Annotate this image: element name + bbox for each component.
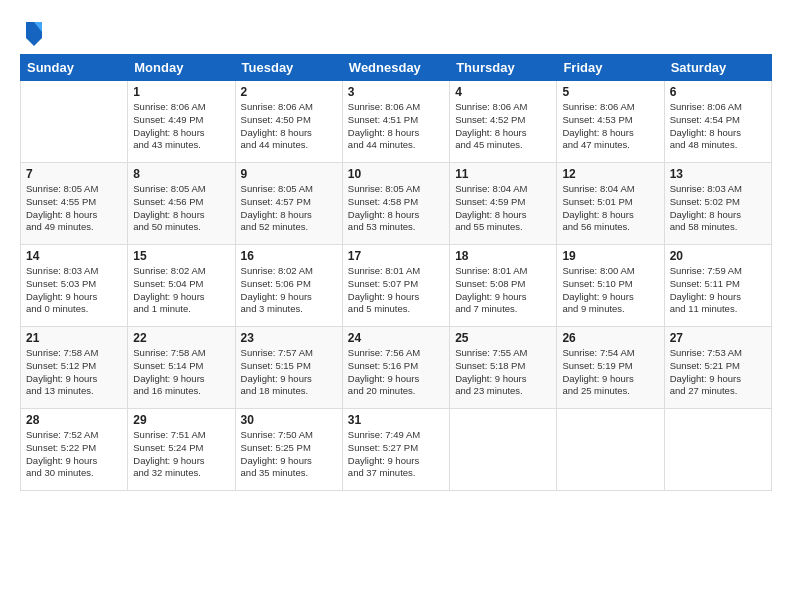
calendar-cell: 21Sunrise: 7:58 AM Sunset: 5:12 PM Dayli… — [21, 327, 128, 409]
calendar-cell: 23Sunrise: 7:57 AM Sunset: 5:15 PM Dayli… — [235, 327, 342, 409]
day-info: Sunrise: 7:50 AM Sunset: 5:25 PM Dayligh… — [241, 429, 337, 480]
day-info: Sunrise: 7:59 AM Sunset: 5:11 PM Dayligh… — [670, 265, 766, 316]
day-info: Sunrise: 8:03 AM Sunset: 5:02 PM Dayligh… — [670, 183, 766, 234]
calendar-cell — [664, 409, 771, 491]
calendar-cell: 30Sunrise: 7:50 AM Sunset: 5:25 PM Dayli… — [235, 409, 342, 491]
day-number: 2 — [241, 85, 337, 99]
day-number: 9 — [241, 167, 337, 181]
day-number: 27 — [670, 331, 766, 345]
day-number: 4 — [455, 85, 551, 99]
page: SundayMondayTuesdayWednesdayThursdayFrid… — [0, 0, 792, 612]
day-number: 29 — [133, 413, 229, 427]
day-number: 25 — [455, 331, 551, 345]
day-number: 19 — [562, 249, 658, 263]
day-number: 21 — [26, 331, 122, 345]
calendar-cell: 13Sunrise: 8:03 AM Sunset: 5:02 PM Dayli… — [664, 163, 771, 245]
logo-icon — [22, 18, 46, 46]
weekday-header-sunday: Sunday — [21, 55, 128, 81]
day-number: 8 — [133, 167, 229, 181]
day-info: Sunrise: 8:06 AM Sunset: 4:53 PM Dayligh… — [562, 101, 658, 152]
day-number: 24 — [348, 331, 444, 345]
day-number: 5 — [562, 85, 658, 99]
calendar-cell — [450, 409, 557, 491]
day-info: Sunrise: 8:05 AM Sunset: 4:56 PM Dayligh… — [133, 183, 229, 234]
calendar-cell: 5Sunrise: 8:06 AM Sunset: 4:53 PM Daylig… — [557, 81, 664, 163]
calendar-cell: 6Sunrise: 8:06 AM Sunset: 4:54 PM Daylig… — [664, 81, 771, 163]
calendar-cell: 8Sunrise: 8:05 AM Sunset: 4:56 PM Daylig… — [128, 163, 235, 245]
day-number: 14 — [26, 249, 122, 263]
week-row-4: 28Sunrise: 7:52 AM Sunset: 5:22 PM Dayli… — [21, 409, 772, 491]
calendar-cell: 27Sunrise: 7:53 AM Sunset: 5:21 PM Dayli… — [664, 327, 771, 409]
weekday-header-thursday: Thursday — [450, 55, 557, 81]
day-number: 7 — [26, 167, 122, 181]
calendar-cell — [557, 409, 664, 491]
calendar-cell: 1Sunrise: 8:06 AM Sunset: 4:49 PM Daylig… — [128, 81, 235, 163]
calendar-cell: 3Sunrise: 8:06 AM Sunset: 4:51 PM Daylig… — [342, 81, 449, 163]
day-info: Sunrise: 8:06 AM Sunset: 4:50 PM Dayligh… — [241, 101, 337, 152]
calendar-cell: 29Sunrise: 7:51 AM Sunset: 5:24 PM Dayli… — [128, 409, 235, 491]
calendar-cell: 19Sunrise: 8:00 AM Sunset: 5:10 PM Dayli… — [557, 245, 664, 327]
calendar-cell: 18Sunrise: 8:01 AM Sunset: 5:08 PM Dayli… — [450, 245, 557, 327]
day-info: Sunrise: 8:04 AM Sunset: 5:01 PM Dayligh… — [562, 183, 658, 234]
day-info: Sunrise: 7:52 AM Sunset: 5:22 PM Dayligh… — [26, 429, 122, 480]
day-info: Sunrise: 8:02 AM Sunset: 5:04 PM Dayligh… — [133, 265, 229, 316]
day-info: Sunrise: 7:54 AM Sunset: 5:19 PM Dayligh… — [562, 347, 658, 398]
day-info: Sunrise: 8:00 AM Sunset: 5:10 PM Dayligh… — [562, 265, 658, 316]
calendar-cell: 12Sunrise: 8:04 AM Sunset: 5:01 PM Dayli… — [557, 163, 664, 245]
calendar-cell: 20Sunrise: 7:59 AM Sunset: 5:11 PM Dayli… — [664, 245, 771, 327]
day-number: 15 — [133, 249, 229, 263]
day-info: Sunrise: 7:57 AM Sunset: 5:15 PM Dayligh… — [241, 347, 337, 398]
day-number: 18 — [455, 249, 551, 263]
weekday-header-monday: Monday — [128, 55, 235, 81]
calendar-cell: 4Sunrise: 8:06 AM Sunset: 4:52 PM Daylig… — [450, 81, 557, 163]
day-info: Sunrise: 7:53 AM Sunset: 5:21 PM Dayligh… — [670, 347, 766, 398]
calendar-cell: 25Sunrise: 7:55 AM Sunset: 5:18 PM Dayli… — [450, 327, 557, 409]
day-number: 26 — [562, 331, 658, 345]
day-info: Sunrise: 8:06 AM Sunset: 4:52 PM Dayligh… — [455, 101, 551, 152]
day-number: 20 — [670, 249, 766, 263]
day-info: Sunrise: 7:49 AM Sunset: 5:27 PM Dayligh… — [348, 429, 444, 480]
day-number: 30 — [241, 413, 337, 427]
calendar-cell: 14Sunrise: 8:03 AM Sunset: 5:03 PM Dayli… — [21, 245, 128, 327]
header — [20, 18, 772, 46]
calendar-cell: 28Sunrise: 7:52 AM Sunset: 5:22 PM Dayli… — [21, 409, 128, 491]
week-row-0: 1Sunrise: 8:06 AM Sunset: 4:49 PM Daylig… — [21, 81, 772, 163]
week-row-2: 14Sunrise: 8:03 AM Sunset: 5:03 PM Dayli… — [21, 245, 772, 327]
calendar-cell: 31Sunrise: 7:49 AM Sunset: 5:27 PM Dayli… — [342, 409, 449, 491]
day-info: Sunrise: 7:58 AM Sunset: 5:12 PM Dayligh… — [26, 347, 122, 398]
calendar-cell: 15Sunrise: 8:02 AM Sunset: 5:04 PM Dayli… — [128, 245, 235, 327]
day-info: Sunrise: 7:55 AM Sunset: 5:18 PM Dayligh… — [455, 347, 551, 398]
day-number: 28 — [26, 413, 122, 427]
calendar-table: SundayMondayTuesdayWednesdayThursdayFrid… — [20, 54, 772, 491]
weekday-header-row: SundayMondayTuesdayWednesdayThursdayFrid… — [21, 55, 772, 81]
calendar-cell: 11Sunrise: 8:04 AM Sunset: 4:59 PM Dayli… — [450, 163, 557, 245]
day-number: 16 — [241, 249, 337, 263]
day-info: Sunrise: 8:05 AM Sunset: 4:55 PM Dayligh… — [26, 183, 122, 234]
day-number: 13 — [670, 167, 766, 181]
day-info: Sunrise: 8:06 AM Sunset: 4:49 PM Dayligh… — [133, 101, 229, 152]
day-number: 6 — [670, 85, 766, 99]
calendar-cell: 26Sunrise: 7:54 AM Sunset: 5:19 PM Dayli… — [557, 327, 664, 409]
day-info: Sunrise: 8:06 AM Sunset: 4:51 PM Dayligh… — [348, 101, 444, 152]
day-info: Sunrise: 8:01 AM Sunset: 5:07 PM Dayligh… — [348, 265, 444, 316]
calendar-cell: 16Sunrise: 8:02 AM Sunset: 5:06 PM Dayli… — [235, 245, 342, 327]
day-number: 3 — [348, 85, 444, 99]
calendar-cell: 17Sunrise: 8:01 AM Sunset: 5:07 PM Dayli… — [342, 245, 449, 327]
week-row-3: 21Sunrise: 7:58 AM Sunset: 5:12 PM Dayli… — [21, 327, 772, 409]
day-info: Sunrise: 7:56 AM Sunset: 5:16 PM Dayligh… — [348, 347, 444, 398]
weekday-header-saturday: Saturday — [664, 55, 771, 81]
day-number: 17 — [348, 249, 444, 263]
calendar-cell: 2Sunrise: 8:06 AM Sunset: 4:50 PM Daylig… — [235, 81, 342, 163]
day-info: Sunrise: 8:01 AM Sunset: 5:08 PM Dayligh… — [455, 265, 551, 316]
day-number: 11 — [455, 167, 551, 181]
calendar-cell: 9Sunrise: 8:05 AM Sunset: 4:57 PM Daylig… — [235, 163, 342, 245]
calendar-cell: 10Sunrise: 8:05 AM Sunset: 4:58 PM Dayli… — [342, 163, 449, 245]
day-number: 1 — [133, 85, 229, 99]
logo — [20, 18, 46, 46]
day-info: Sunrise: 8:04 AM Sunset: 4:59 PM Dayligh… — [455, 183, 551, 234]
weekday-header-friday: Friday — [557, 55, 664, 81]
day-number: 31 — [348, 413, 444, 427]
day-info: Sunrise: 7:51 AM Sunset: 5:24 PM Dayligh… — [133, 429, 229, 480]
calendar-cell: 7Sunrise: 8:05 AM Sunset: 4:55 PM Daylig… — [21, 163, 128, 245]
day-info: Sunrise: 8:05 AM Sunset: 4:57 PM Dayligh… — [241, 183, 337, 234]
